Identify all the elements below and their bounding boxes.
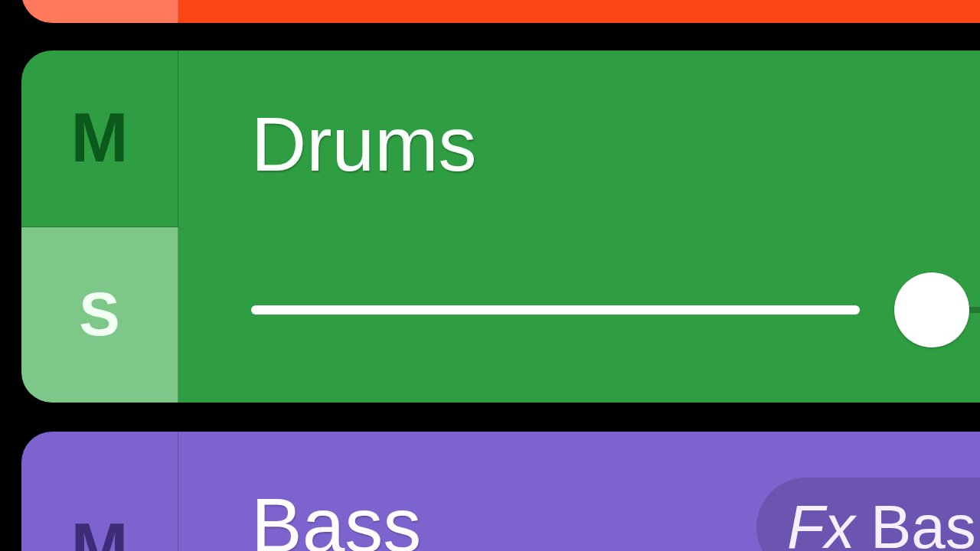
track-row-drums: M S Drums (21, 51, 980, 403)
volume-slider[interactable] (251, 303, 980, 315)
mute-label: M (71, 509, 129, 551)
track-body[interactable]: Drums (178, 51, 980, 403)
track-name-label: Drums (251, 100, 476, 188)
mute-button[interactable]: M (21, 432, 178, 551)
fx-prefix-label: Fx (787, 492, 855, 551)
fx-name-label: Bas (871, 492, 976, 551)
slider-track-filled (251, 305, 860, 315)
track-controls-sidecol: M (21, 432, 178, 551)
track-controls-sidecol (21, 0, 178, 23)
track-row (21, 0, 980, 23)
mute-button[interactable]: M (21, 51, 178, 227)
track-row-bass: M Bass Fx Bas (21, 432, 980, 551)
fx-badge[interactable]: Fx Bas (756, 478, 980, 551)
mute-label: M (71, 99, 129, 178)
track-body[interactable]: Bass Fx Bas (178, 432, 980, 551)
solo-button[interactable]: S (21, 227, 178, 403)
solo-label: S (79, 279, 119, 350)
track-controls-sidecol: M S (21, 51, 178, 403)
slider-thumb[interactable] (894, 272, 969, 347)
track-body[interactable] (178, 0, 980, 23)
track-name-label: Bass (251, 481, 421, 551)
